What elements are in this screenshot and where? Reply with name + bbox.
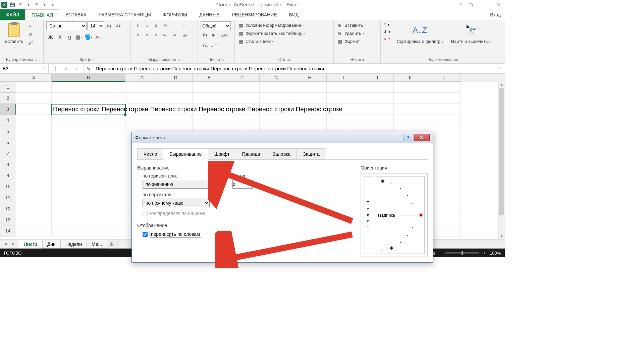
col-header-A[interactable]: A	[16, 74, 52, 82]
percent-icon[interactable]: %	[210, 31, 219, 40]
clipboard-launcher-icon[interactable]: ⤡	[35, 58, 37, 62]
col-header-B[interactable]: B	[52, 74, 125, 82]
cell-A2[interactable]	[16, 93, 52, 104]
cell-K2[interactable]	[394, 93, 427, 104]
cell-F4[interactable]	[226, 115, 260, 126]
formula-input[interactable]	[93, 64, 497, 73]
row-header-13[interactable]: 13	[0, 214, 16, 225]
sheet-nav-next-icon[interactable]: ▶	[10, 241, 16, 247]
delete-cells-button[interactable]: ⊖Удалить ▾	[336, 29, 366, 37]
name-box[interactable]: ▾	[0, 64, 49, 73]
tab-home[interactable]: ГЛАВНАЯ	[25, 9, 59, 20]
orientation-dial[interactable]: Надпись	[375, 176, 425, 254]
formula-cancel-icon[interactable]: ✕	[62, 65, 70, 73]
zoom-slider[interactable]	[445, 252, 479, 254]
cell-I1[interactable]	[327, 82, 360, 93]
cell-H1[interactable]	[293, 82, 327, 93]
font-launcher-icon[interactable]: ⤡	[93, 58, 96, 62]
fill-icon[interactable]: ⬇ ▾	[383, 28, 391, 35]
indent-increase-icon[interactable]: ⇥	[170, 31, 178, 40]
close-icon[interactable]: ✕	[495, 1, 502, 8]
cell-A14[interactable]	[16, 225, 52, 236]
cell-D1[interactable]	[159, 82, 193, 93]
wrap-text-icon[interactable]: ↩	[182, 21, 187, 30]
fill-color-button[interactable]: 🪣▾	[84, 33, 93, 42]
number-launcher-icon[interactable]: ⤡	[221, 58, 224, 62]
cell-G4[interactable]	[260, 115, 293, 126]
maximize-icon[interactable]: ☐	[486, 1, 493, 8]
col-header-E[interactable]: E	[193, 74, 226, 82]
cell-A11[interactable]	[16, 192, 52, 203]
cell-B3[interactable]: Перенос строки Перенос строки Перенос ст…	[52, 104, 125, 115]
row-header-6[interactable]: 6	[0, 137, 16, 148]
row-header-12[interactable]: 12	[0, 203, 16, 214]
cell-B6[interactable]	[52, 137, 125, 148]
login-link[interactable]: Вход	[486, 9, 505, 20]
copy-icon[interactable]: ⧉	[26, 31, 35, 38]
cell-A5[interactable]	[16, 126, 52, 137]
cell-A1[interactable]	[16, 82, 52, 93]
format-cells-button[interactable]: ▦Формат ▾	[336, 38, 366, 45]
cell-J2[interactable]	[360, 93, 394, 104]
cell-B5[interactable]	[52, 126, 125, 137]
font-size-select[interactable]: 14	[87, 21, 104, 30]
cell-styles-button[interactable]: ▦Стили ячеек ▾	[237, 38, 305, 45]
cell-L4[interactable]	[427, 115, 461, 126]
cell-L1[interactable]	[427, 82, 461, 93]
row-header-11[interactable]: 11	[0, 192, 16, 203]
cell-A12[interactable]	[16, 203, 52, 214]
row-header-3[interactable]: 3	[0, 104, 16, 115]
col-header-I[interactable]: I	[327, 74, 360, 82]
row-header-10[interactable]: 10	[0, 181, 16, 192]
dialog-tab-3[interactable]: Граница	[236, 148, 267, 160]
cell-A4[interactable]	[16, 115, 52, 126]
tab-data[interactable]: ДАННЫЕ	[193, 9, 226, 20]
zoom-out-icon[interactable]: −	[439, 251, 442, 256]
cell-A9[interactable]	[16, 170, 52, 181]
redo-icon[interactable]: ↷	[34, 2, 40, 8]
conditional-formatting-button[interactable]: ▦Условное форматирование ▾	[237, 21, 305, 29]
decrease-decimal-icon[interactable]: ←.00	[210, 42, 219, 50]
font-color-button[interactable]: A▾	[93, 33, 102, 42]
cell-B11[interactable]	[52, 192, 125, 203]
cell-B8[interactable]	[52, 159, 125, 170]
col-header-J[interactable]: J	[360, 74, 394, 82]
scroll-thumb[interactable]	[499, 88, 504, 215]
col-header-C[interactable]: C	[125, 74, 159, 82]
sheet-tab-2[interactable]: Недели	[60, 240, 87, 249]
cell-B4[interactable]	[52, 115, 125, 126]
cell-I4[interactable]	[327, 115, 360, 126]
sheet-nav-prev-icon[interactable]: ◀	[3, 241, 9, 247]
cell-B9[interactable]	[52, 170, 125, 181]
col-header-G[interactable]: G	[260, 74, 293, 82]
tab-view[interactable]: ВИД	[283, 9, 305, 20]
cell-J3[interactable]	[360, 104, 394, 115]
clear-icon[interactable]: ◆ ▾	[383, 36, 391, 42]
cell-G2[interactable]	[260, 93, 293, 104]
bold-button[interactable]: Ж	[46, 33, 55, 42]
cell-E2[interactable]	[193, 93, 226, 104]
dialog-titlebar[interactable]: Формат ячеек ? ✕	[132, 132, 433, 143]
qat-customize-icon[interactable]: ▾	[50, 2, 56, 8]
underline-button[interactable]: Ч	[65, 33, 74, 42]
find-select-button[interactable]: 🔭 Найти и выделить ▾	[449, 21, 492, 45]
cell-H2[interactable]	[293, 93, 327, 104]
formula-expand-icon[interactable]: ⌄	[497, 64, 505, 72]
row-header-2[interactable]: 2	[0, 93, 16, 104]
format-painter-icon[interactable]: 🖌	[26, 39, 35, 46]
cell-A13[interactable]	[16, 214, 52, 225]
vertical-select[interactable]: по нижнему краю	[143, 199, 210, 207]
dialog-help-button[interactable]: ?	[404, 134, 412, 141]
ribbon-options-icon[interactable]: ▢	[467, 1, 474, 8]
orientation-vertical[interactable]: Текст	[364, 176, 372, 254]
fx-icon[interactable]: fx	[84, 64, 93, 73]
row-header-9[interactable]: 9	[0, 170, 16, 181]
redo-dropdown-icon[interactable]: ▾	[42, 2, 48, 8]
dialog-tab-4[interactable]: Заливка	[266, 148, 297, 160]
cell-B7[interactable]	[52, 148, 125, 159]
col-header-F[interactable]: F	[226, 74, 260, 82]
merge-center-icon[interactable]: ⊞▾	[182, 31, 187, 40]
border-button[interactable]: ▦▾	[74, 33, 83, 42]
wrap-checkbox-row[interactable]: переносить по словам	[143, 231, 347, 237]
align-right-icon[interactable]: ≡	[152, 31, 160, 40]
